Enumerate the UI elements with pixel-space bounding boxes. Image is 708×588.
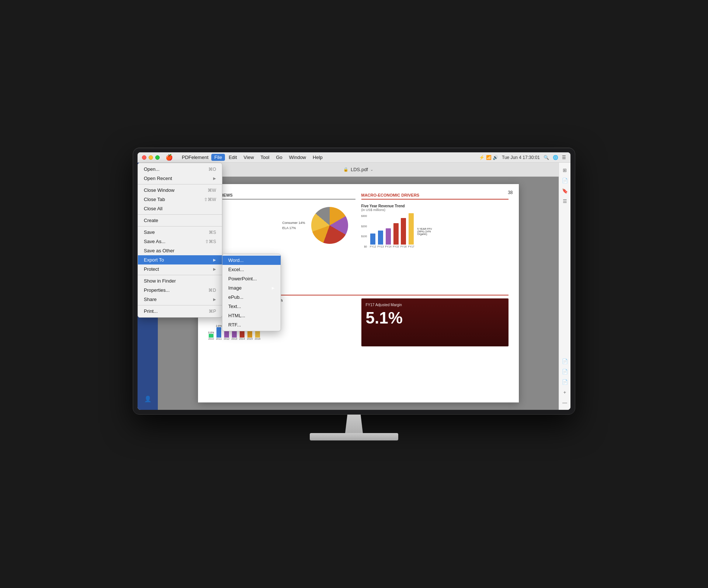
submenu-text[interactable]: Text... [222, 302, 281, 311]
menu-save-shortcut: ⌘S [209, 230, 216, 235]
submenu-image[interactable]: Image ▶ [222, 283, 281, 293]
menubar-list-icon[interactable]: ☰ [562, 155, 566, 160]
right-dl1-icon[interactable]: 📄 [560, 357, 569, 366]
menu-protect[interactable]: Protect ▶ [138, 264, 222, 274]
menu-close-tab-label: Close Tab [144, 197, 165, 202]
menu-save-as-other-label: Save as Other [144, 248, 174, 253]
maximize-button[interactable] [155, 155, 160, 160]
right-dl2-icon[interactable]: 📄 [560, 367, 569, 376]
menu-open-recent[interactable]: Open Recent ▶ [138, 174, 222, 183]
rev-bar-fy15: FY15 [393, 223, 399, 248]
tab-title: 🔒 LDS.pdf ⌄ [343, 167, 373, 172]
menu-close-tab-shortcut: ⇧⌘W [204, 197, 216, 202]
log-bar-2010: 0.6% 2010 [208, 331, 214, 340]
menu-save-as-other[interactable]: Save as Other [138, 246, 222, 255]
apple-logo[interactable]: 🍎 [166, 154, 173, 161]
menu-open-shortcut: ⌘O [208, 167, 216, 172]
sidebar-icon-user[interactable]: 👤 [141, 392, 155, 405]
menubar-window[interactable]: Window [286, 154, 309, 161]
legend-ela: ELA 17% [282, 226, 305, 230]
submenu-rtf[interactable]: RTF... [222, 320, 281, 329]
menubar-edit[interactable]: Edit [226, 154, 240, 161]
menu-save-as[interactable]: Save As... ⇧⌘S [138, 237, 222, 246]
menu-close-all[interactable]: Close All [138, 204, 222, 213]
menu-save-as-shortcut: ⇧⌘S [205, 239, 216, 244]
right-bottom: 📄 📄 📄 + — [560, 357, 569, 407]
menu-show-finder-label: Show in Finder [144, 278, 176, 284]
fy17-section: FY17 Adjusted Margin 5.1% [361, 298, 509, 346]
tab-chevron-icon[interactable]: ⌄ [370, 167, 373, 172]
submenu-html-label: HTML... [228, 313, 245, 318]
file-dropdown: Open... ⌘O Open Recent ▶ Close Window ⌘W [138, 163, 222, 318]
minimize-button[interactable] [149, 155, 153, 160]
submenu-powerpoint[interactable]: PowerPoint... [222, 274, 281, 283]
close-button[interactable] [142, 155, 146, 160]
menu-export-to[interactable]: Export To ▶ Word... Excel... [138, 255, 222, 264]
menu-print-shortcut: ⌘P [209, 309, 216, 314]
pdf-right-top: MACRO-ECONOMIC DRIVERS Five Year Revenue… [361, 193, 509, 289]
monitor-base [310, 433, 398, 440]
submenu-word[interactable]: Word... [222, 256, 281, 265]
lock-icon: 🔒 [343, 167, 348, 172]
submenu-text-label: Text... [228, 304, 241, 309]
menubar-help[interactable]: Help [310, 154, 326, 161]
separator-5 [138, 305, 222, 305]
legend-consumer: Consumer 14% [282, 221, 305, 225]
menu-properties[interactable]: Properties... ⌘D [138, 286, 222, 295]
rev-chart-title: Five Year Revenue Trend [361, 204, 509, 208]
submenu-image-label: Image [228, 285, 242, 291]
right-add-icon[interactable]: + [560, 388, 569, 397]
submenu-epub[interactable]: ePub... [222, 293, 281, 302]
tab-filename: LDS.pdf [351, 167, 368, 172]
submenu-epub-label: ePub... [228, 294, 243, 300]
menu-save-label: Save [144, 229, 155, 235]
menu-close-all-label: Close All [144, 206, 163, 211]
image-arrow: ▶ [272, 286, 275, 290]
rev-chart-subtitle: (in US$ millions) [361, 208, 509, 212]
menu-save-as-label: Save As... [144, 239, 166, 244]
submenu-excel[interactable]: Excel... [222, 265, 281, 274]
menu-share[interactable]: Share ▶ [138, 295, 222, 304]
separator-2 [138, 214, 222, 215]
menubar-view[interactable]: View [241, 154, 257, 161]
rev-bar-fy17: FY17 [408, 213, 414, 248]
file-menu: Open... ⌘O Open Recent ▶ Close Window ⌘W [138, 163, 222, 318]
right-dl3-icon[interactable]: 📄 [560, 377, 569, 386]
y-axis: $300 $200 $100 $0 [361, 215, 367, 248]
rev-bar-fy12: FY12 [370, 234, 376, 248]
separator-3 [138, 226, 222, 226]
menu-open-label: Open... [144, 166, 160, 172]
rev-bar-fy14: FY14 [385, 228, 392, 248]
submenu-html[interactable]: HTML... [222, 311, 281, 320]
submenu-rtf-label: RTF... [228, 322, 241, 328]
right-doc-icon[interactable]: 📄 [560, 176, 569, 185]
menu-protect-label: Protect [144, 266, 159, 272]
menu-create[interactable]: Create [138, 216, 222, 225]
menu-open-recent-label: Open Recent [144, 176, 172, 181]
menu-close-tab[interactable]: Close Tab ⇧⌘W [138, 195, 222, 204]
menubar-items: File Edit View Tool Go Window Help [211, 154, 326, 161]
menubar-tool[interactable]: Tool [258, 154, 273, 161]
menubar-go[interactable]: Go [273, 154, 285, 161]
export-to-arrow: ▶ [213, 258, 216, 262]
right-bookmark-icon[interactable]: 🔖 [560, 186, 569, 195]
menu-properties-shortcut: ⌘D [208, 288, 216, 293]
menu-print[interactable]: Print... ⌘P [138, 307, 222, 316]
menu-save[interactable]: Save ⌘S [138, 228, 222, 237]
export-submenu-panel: Word... Excel... PowerPoint... [222, 254, 281, 331]
menubar-pdfelement[interactable]: PDFelement [179, 154, 211, 161]
fy17-label: FY17 Adjusted Margin [366, 303, 504, 307]
right-list-icon[interactable]: ☰ [560, 197, 569, 205]
submenu-word-label: Word... [228, 257, 244, 263]
menubar-search-icon[interactable]: 🔍 [544, 155, 549, 160]
menubar-file[interactable]: File [211, 154, 225, 161]
menu-open[interactable]: Open... ⌘O [138, 165, 222, 174]
rev-bar-fy13: FY13 [378, 231, 384, 248]
menu-close-window[interactable]: Close Window ⌘W [138, 186, 222, 195]
menu-close-window-shortcut: ⌘W [208, 188, 216, 193]
menu-show-finder[interactable]: Show in Finder [138, 276, 222, 286]
menubar-globe-icon[interactable]: 🌐 [553, 155, 558, 160]
right-minus-icon[interactable]: — [560, 398, 569, 407]
right-grid-icon[interactable]: ⊞ [560, 166, 569, 174]
separator-4 [138, 275, 222, 275]
